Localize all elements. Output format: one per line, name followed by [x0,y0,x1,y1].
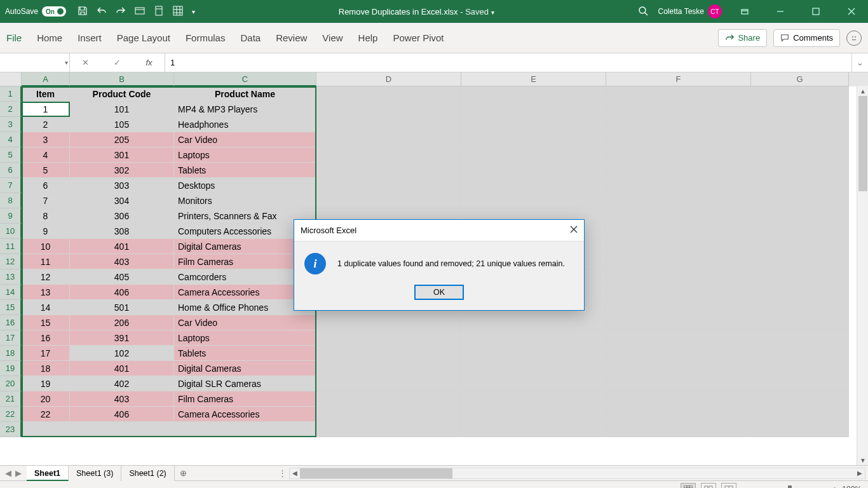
page-break-view-icon[interactable] [721,483,736,489]
scroll-thumb[interactable] [858,96,867,191]
cell[interactable] [316,361,461,376]
fx-icon[interactable]: fx [146,58,152,67]
cell[interactable]: Product Code [70,86,174,102]
row-header[interactable]: 20 [0,376,22,391]
undo-icon[interactable] [97,6,107,18]
cell[interactable] [316,391,461,407]
cell[interactable]: 7 [22,193,70,208]
cell[interactable]: 402 [70,376,174,391]
cell[interactable]: 391 [70,330,174,346]
feedback-icon[interactable] [846,30,862,46]
cell[interactable] [751,269,849,285]
cell[interactable] [751,163,849,178]
cell[interactable] [606,132,751,147]
cell[interactable] [751,239,849,254]
tab-formulas[interactable]: Formulas [186,32,226,43]
cell[interactable] [751,208,849,224]
cell[interactable] [606,178,751,193]
cell[interactable]: 302 [70,163,174,178]
tab-insert[interactable]: Insert [78,32,102,43]
cell[interactable]: 401 [70,239,174,254]
cell[interactable] [461,117,606,132]
tab-review[interactable]: Review [276,32,307,43]
cell[interactable]: 15 [22,315,70,330]
row-header[interactable]: 15 [0,300,22,315]
cell[interactable]: 401 [70,361,174,376]
cell[interactable] [316,117,461,132]
cell[interactable]: 20 [22,391,70,407]
cell[interactable] [606,269,751,285]
cell[interactable] [606,163,751,178]
zoom-out-button[interactable]: − [742,485,746,489]
cell[interactable] [606,102,751,117]
cell[interactable]: 9 [22,224,70,239]
qat-icon[interactable] [173,6,183,18]
cell[interactable]: 304 [70,193,174,208]
cell[interactable]: 12 [22,269,70,285]
scroll-left-icon[interactable]: ◀ [290,468,300,478]
row-header[interactable]: 19 [0,361,22,376]
col-header[interactable]: E [461,72,606,86]
cell[interactable] [316,315,461,330]
cell[interactable]: Product Name [174,86,316,102]
save-icon[interactable] [78,6,88,18]
cell[interactable]: 406 [70,285,174,300]
cell[interactable] [316,163,461,178]
cell[interactable]: 403 [70,254,174,269]
page-layout-view-icon[interactable] [701,483,716,489]
cell[interactable]: Desktops [174,178,316,193]
dialog-close-button[interactable] [570,226,578,235]
cell[interactable] [461,86,606,102]
cell[interactable] [316,86,461,102]
autosave-toggle[interactable]: AutoSave On [5,6,66,17]
cell[interactable]: 11 [22,254,70,269]
cell[interactable] [461,132,606,147]
cell[interactable]: Monitors [174,193,316,208]
col-header[interactable]: D [316,72,461,86]
cell[interactable] [606,330,751,346]
tab-home[interactable]: Home [37,32,62,43]
cell[interactable] [316,346,461,361]
row-header[interactable]: 4 [0,132,22,147]
cell[interactable] [751,254,849,269]
tab-file[interactable]: File [6,32,22,43]
sheet-tab[interactable]: Sheet1 (3) [69,466,121,481]
cell[interactable] [316,193,461,208]
cell[interactable]: 403 [70,391,174,407]
comments-button[interactable]: Comments [773,29,840,47]
cell[interactable]: 306 [70,208,174,224]
cell[interactable]: 3 [22,132,70,147]
cell[interactable] [606,391,751,407]
cell[interactable]: 501 [70,300,174,315]
cell[interactable]: Digital SLR Cameras [174,376,316,391]
cell[interactable]: 206 [70,315,174,330]
search-icon[interactable] [638,6,648,18]
cell[interactable]: 101 [70,102,174,117]
cell[interactable] [70,422,174,437]
cell[interactable] [751,285,849,300]
row-header[interactable]: 9 [0,208,22,224]
cell[interactable]: Car Video [174,315,316,330]
chevron-down-icon[interactable]: ▾ [65,59,68,66]
cell[interactable] [751,147,849,163]
cell[interactable]: 303 [70,178,174,193]
row-header[interactable]: 1 [0,86,22,102]
cell[interactable] [461,391,606,407]
cell[interactable]: 205 [70,132,174,147]
cell[interactable] [751,315,849,330]
cell[interactable]: 10 [22,239,70,254]
cell[interactable] [751,178,849,193]
cell[interactable] [606,376,751,391]
cell[interactable] [22,422,70,437]
cell[interactable]: 4 [22,147,70,163]
tab-power-pivot[interactable]: Power Pivot [393,32,444,43]
cell[interactable]: 308 [70,224,174,239]
cell[interactable] [751,86,849,102]
cancel-icon[interactable]: ✕ [82,58,89,67]
cell[interactable] [606,86,751,102]
minimize-button[interactable] [768,0,793,23]
row-header[interactable]: 17 [0,330,22,346]
cell[interactable] [606,147,751,163]
cell[interactable]: 105 [70,117,174,132]
name-box[interactable]: ▾ [0,53,70,72]
